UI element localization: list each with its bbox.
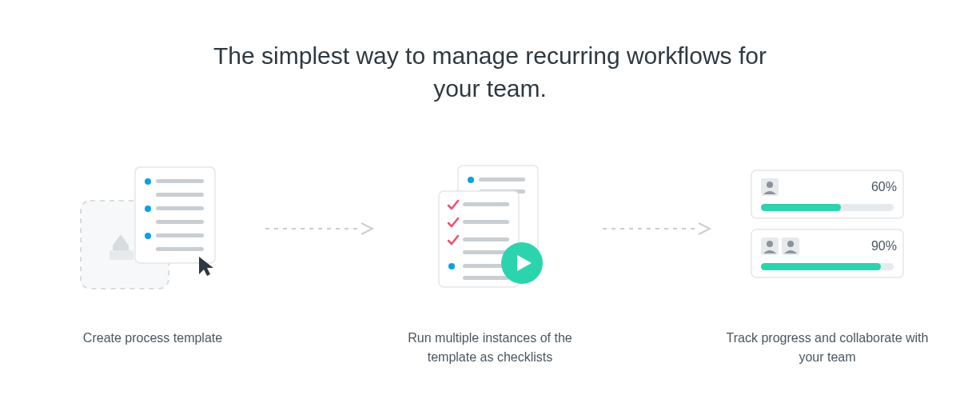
avatar-icon (761, 237, 779, 255)
svg-rect-4 (156, 179, 204, 183)
svg-point-3 (145, 178, 151, 185)
svg-point-29 (767, 182, 773, 188)
step-track-progress: 60% 90% (723, 161, 932, 367)
avatar-icon (761, 178, 779, 196)
steps-row: Create process template (48, 161, 932, 367)
svg-point-22 (448, 263, 455, 269)
svg-point-34 (767, 241, 773, 247)
arrow-1 (265, 161, 377, 297)
svg-point-9 (145, 233, 151, 239)
svg-rect-20 (463, 237, 509, 241)
progress-percent-2: 90% (871, 239, 897, 253)
svg-point-36 (787, 241, 794, 247)
step-caption: Run multiple instances of the template a… (386, 329, 594, 367)
template-svg (73, 161, 233, 297)
progress-percent-1: 60% (871, 180, 897, 194)
svg-rect-18 (463, 202, 509, 206)
svg-rect-38 (761, 263, 881, 270)
svg-rect-24 (463, 276, 509, 280)
arrow-right-icon (265, 221, 377, 237)
svg-rect-19 (463, 220, 509, 224)
step-caption: Create process template (83, 329, 222, 348)
checklist-illustration (410, 161, 570, 297)
arrow-right-icon (603, 221, 715, 237)
svg-rect-5 (156, 193, 204, 197)
svg-rect-10 (156, 233, 204, 237)
checklist-svg (410, 161, 570, 297)
step-caption: Track progress and collaborate with your… (723, 329, 931, 367)
svg-rect-15 (479, 178, 525, 182)
play-icon (501, 242, 543, 284)
progress-svg: 60% 90% (743, 161, 911, 297)
avatar-icon (782, 237, 799, 255)
progress-illustration: 60% 90% (743, 161, 911, 297)
step-create-template: Create process template (48, 161, 257, 348)
template-illustration (73, 161, 233, 297)
page-headline: The simplest way to manage recurring wor… (202, 40, 778, 105)
svg-point-6 (145, 205, 151, 212)
step-run-checklists: Run multiple instances of the template a… (385, 161, 595, 367)
svg-rect-21 (463, 250, 509, 254)
svg-rect-7 (156, 206, 204, 210)
arrow-2 (603, 161, 715, 297)
svg-point-14 (468, 177, 474, 183)
svg-rect-1 (110, 250, 133, 260)
svg-rect-8 (156, 220, 204, 224)
svg-rect-11 (156, 247, 204, 251)
svg-rect-31 (761, 204, 841, 211)
